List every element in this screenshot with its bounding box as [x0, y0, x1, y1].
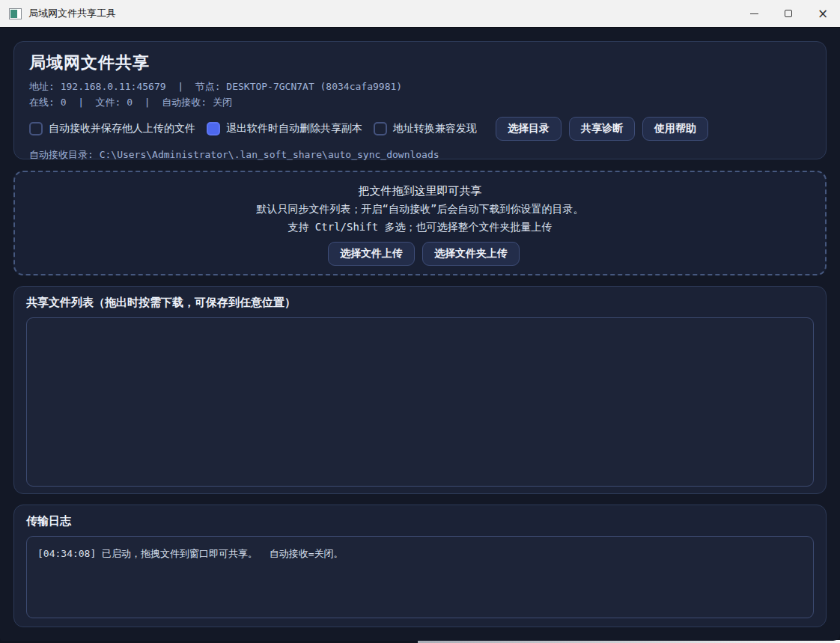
- auto-receive-label: 自动接收并保存他人上传的文件: [49, 122, 195, 135]
- delete-on-exit-checkbox[interactable]: [207, 122, 220, 135]
- delete-on-exit-checkbox-group[interactable]: 退出软件时自动删除共享副本: [207, 122, 362, 135]
- title-bar: 局域网文件共享工具 ×: [0, 0, 840, 28]
- app-icon: [9, 8, 22, 19]
- choose-directory-button[interactable]: 选择目录: [496, 117, 561, 141]
- transfer-log-title: 传输日志: [26, 514, 814, 528]
- close-button[interactable]: ×: [806, 0, 840, 28]
- app-window: 局域网文件共享工具 × 局域网文件共享 地址: 192.168.0.11:456…: [0, 0, 840, 641]
- delete-on-exit-label: 退出软件时自动删除共享副本: [226, 122, 362, 135]
- shared-files-title: 共享文件列表（拖出时按需下载，可保存到任意位置）: [26, 296, 814, 310]
- address-node-line: 地址: 192.168.0.11:45679 | 节点: DESKTOP-7GC…: [29, 79, 811, 94]
- auto-receive-checkbox-group[interactable]: 自动接收并保存他人上传的文件: [29, 122, 195, 135]
- help-button[interactable]: 使用帮助: [642, 117, 708, 141]
- drop-hint-primary: 把文件拖到这里即可共享: [15, 182, 825, 200]
- status-line: 在线: 0 | 文件: 0 | 自动接收: 关闭: [29, 94, 811, 110]
- maximize-button[interactable]: [771, 0, 806, 28]
- transfer-log-box[interactable]: [04:34:08] 已启动，拖拽文件到窗口即可共享。 自动接收=关闭。: [26, 536, 814, 618]
- page-title: 局域网文件共享: [29, 52, 811, 74]
- file-drop-zone[interactable]: 把文件拖到这里即可共享 默认只同步文件列表；开启“自动接收”后会自动下载到你设置…: [13, 171, 827, 275]
- maximize-icon: [785, 10, 792, 17]
- nat-discovery-checkbox[interactable]: [374, 122, 387, 135]
- upload-folder-button[interactable]: 选择文件夹上传: [422, 242, 520, 266]
- auto-receive-checkbox[interactable]: [29, 122, 43, 135]
- desktop-stage: 局域网文件共享工具 × 局域网文件共享 地址: 192.168.0.11:456…: [0, 0, 840, 643]
- header-panel: 局域网文件共享 地址: 192.168.0.11:45679 | 节点: DES…: [13, 41, 827, 159]
- window-title: 局域网文件共享工具: [28, 7, 116, 20]
- header-controls-row: 自动接收并保存他人上传的文件 退出软件时自动删除共享副本 地址转换兼容发现 选择…: [29, 117, 811, 141]
- share-diagnose-button[interactable]: 共享诊断: [569, 117, 635, 141]
- transfer-log-panel: 传输日志 [04:34:08] 已启动，拖拽文件到窗口即可共享。 自动接收=关闭…: [13, 505, 827, 627]
- shared-files-listbox[interactable]: [26, 317, 814, 487]
- shared-files-panel: 共享文件列表（拖出时按需下载，可保存到任意位置）: [13, 286, 827, 494]
- nat-discovery-label: 地址转换兼容发现: [393, 122, 477, 135]
- drop-hint-secondary: 默认只同步文件列表；开启“自动接收”后会自动下载到你设置的目录。: [15, 200, 825, 218]
- upload-files-button[interactable]: 选择文件上传: [328, 242, 415, 266]
- minimize-button[interactable]: [737, 0, 771, 28]
- nat-discovery-checkbox-group[interactable]: 地址转换兼容发现: [374, 122, 477, 135]
- upload-buttons-row: 选择文件上传 选择文件夹上传: [15, 242, 825, 266]
- minimize-icon: [750, 13, 758, 14]
- auto-receive-directory: 自动接收目录: C:\Users\Administrator\.lan_soft…: [29, 148, 811, 162]
- drop-hint-tertiary: 支持 Ctrl/Shift 多选；也可选择整个文件夹批量上传: [15, 218, 825, 236]
- main-content: 局域网文件共享 地址: 192.168.0.11:45679 | 节点: DES…: [0, 41, 840, 627]
- close-icon: ×: [818, 7, 828, 20]
